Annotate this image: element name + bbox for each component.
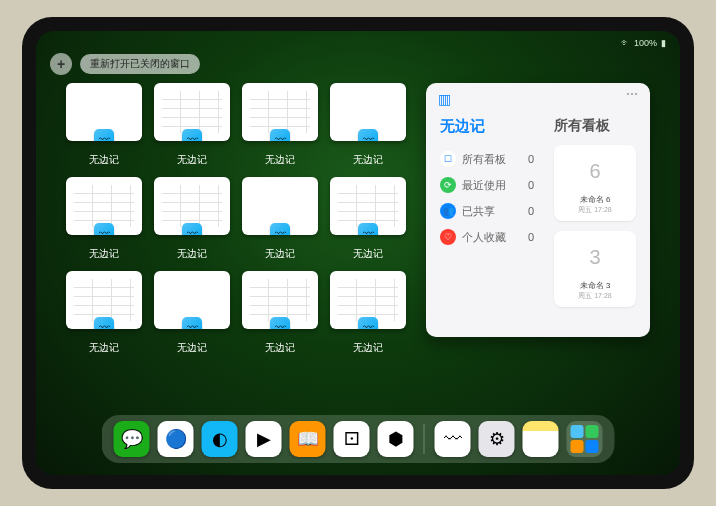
window-thumbnail[interactable]: 〰无边记 bbox=[154, 271, 230, 359]
window-label: 无边记 bbox=[89, 153, 119, 167]
window-thumbnail[interactable]: 〰无边记 bbox=[242, 271, 318, 359]
board-preview: 3 bbox=[571, 237, 619, 277]
freeform-panel[interactable]: ▥ ⋯ 无边记 ☐所有看板0⟳最近使用0👥已共享0♡个人收藏0 所有看板 6未命… bbox=[426, 83, 650, 337]
freeform-app-icon: 〰 bbox=[358, 317, 378, 329]
window-label: 无边记 bbox=[177, 247, 207, 261]
freeform-app-icon: 〰 bbox=[270, 223, 290, 235]
board-card[interactable]: 6未命名 6周五 17:28 bbox=[554, 145, 636, 221]
freeform-app-icon: 〰 bbox=[270, 317, 290, 329]
window-label: 无边记 bbox=[265, 247, 295, 261]
category-row[interactable]: ⟳最近使用0 bbox=[440, 172, 534, 198]
board-name: 未命名 3 bbox=[580, 280, 611, 291]
panel-boards: 所有看板 6未命名 6周五 17:283未命名 3周五 17:28 bbox=[544, 95, 636, 325]
window-thumbnail[interactable]: 〰无边记 bbox=[330, 83, 406, 171]
window-preview: 〰 bbox=[330, 83, 406, 141]
freeform-app-icon: 〰 bbox=[270, 129, 290, 141]
category-row[interactable]: ☐所有看板0 bbox=[440, 146, 534, 172]
window-label: 无边记 bbox=[177, 341, 207, 355]
freeform-app-icon: 〰 bbox=[358, 223, 378, 235]
new-window-button[interactable]: + bbox=[50, 53, 72, 75]
window-thumbnail[interactable]: 〰无边记 bbox=[154, 83, 230, 171]
dock-app-game[interactable]: ⚀ bbox=[334, 421, 370, 457]
category-count: 0 bbox=[528, 179, 534, 191]
app-switcher-grid: 〰无边记〰无边记〰无边记〰无边记〰无边记〰无边记〰无边记〰无边记〰无边记〰无边记… bbox=[66, 83, 406, 411]
category-label: 最近使用 bbox=[462, 178, 506, 193]
window-label: 无边记 bbox=[177, 153, 207, 167]
window-preview: 〰 bbox=[242, 271, 318, 329]
category-label: 个人收藏 bbox=[462, 230, 506, 245]
board-date: 周五 17:28 bbox=[578, 205, 611, 215]
board-card[interactable]: 3未命名 3周五 17:28 bbox=[554, 231, 636, 307]
wifi-icon: ᯤ bbox=[621, 38, 630, 48]
board-name: 未命名 6 bbox=[580, 194, 611, 205]
reopen-closed-window-button[interactable]: 重新打开已关闭的窗口 bbox=[80, 54, 200, 74]
board-date: 周五 17:28 bbox=[578, 291, 611, 301]
freeform-app-icon: 〰 bbox=[182, 317, 202, 329]
window-preview: 〰 bbox=[330, 271, 406, 329]
battery-icon: ▮ bbox=[661, 38, 666, 48]
category-label: 所有看板 bbox=[462, 152, 506, 167]
window-label: 无边记 bbox=[353, 247, 383, 261]
window-preview: 〰 bbox=[242, 83, 318, 141]
category-row[interactable]: ♡个人收藏0 bbox=[440, 224, 534, 250]
category-row[interactable]: 👥已共享0 bbox=[440, 198, 534, 224]
window-preview: 〰 bbox=[66, 83, 142, 141]
category-icon: ⟳ bbox=[440, 177, 456, 193]
dock-app-wechat[interactable]: 💬 bbox=[114, 421, 150, 457]
window-thumbnail[interactable]: 〰无边记 bbox=[330, 271, 406, 359]
screen: ᯤ 100% ▮ + 重新打开已关闭的窗口 〰无边记〰无边记〰无边记〰无边记〰无… bbox=[36, 31, 680, 475]
window-label: 无边记 bbox=[265, 153, 295, 167]
category-count: 0 bbox=[528, 205, 534, 217]
freeform-app-icon: 〰 bbox=[94, 317, 114, 329]
ipad-frame: ᯤ 100% ▮ + 重新打开已关闭的窗口 〰无边记〰无边记〰无边记〰无边记〰无… bbox=[22, 17, 694, 489]
freeform-app-icon: 〰 bbox=[182, 223, 202, 235]
panel-title: 无边记 bbox=[440, 117, 534, 136]
window-preview: 〰 bbox=[66, 271, 142, 329]
window-thumbnail[interactable]: 〰无边记 bbox=[66, 83, 142, 171]
window-preview: 〰 bbox=[242, 177, 318, 235]
dock-app-xmind[interactable]: ⬢ bbox=[378, 421, 414, 457]
category-icon: 👥 bbox=[440, 203, 456, 219]
dock-separator bbox=[424, 424, 425, 454]
dock: 💬🔵◐▶📖⚀⬢〰⚙ bbox=[102, 415, 615, 463]
battery-label: 100% bbox=[634, 38, 657, 48]
sidebar-icon[interactable]: ▥ bbox=[438, 91, 451, 107]
window-label: 无边记 bbox=[265, 341, 295, 355]
freeform-app-icon: 〰 bbox=[358, 129, 378, 141]
window-thumbnail[interactable]: 〰无边记 bbox=[330, 177, 406, 265]
freeform-app-icon: 〰 bbox=[94, 129, 114, 141]
dock-app-notes[interactable] bbox=[523, 421, 559, 457]
category-count: 0 bbox=[528, 153, 534, 165]
dock-app-settings[interactable]: ⚙ bbox=[479, 421, 515, 457]
window-preview: 〰 bbox=[154, 271, 230, 329]
category-label: 已共享 bbox=[462, 204, 495, 219]
freeform-app-icon: 〰 bbox=[94, 223, 114, 235]
dock-app-qq[interactable]: ◐ bbox=[202, 421, 238, 457]
category-count: 0 bbox=[528, 231, 534, 243]
content-area: 〰无边记〰无边记〰无边记〰无边记〰无边记〰无边记〰无边记〰无边记〰无边记〰无边记… bbox=[66, 83, 650, 411]
window-preview: 〰 bbox=[154, 177, 230, 235]
category-icon: ☐ bbox=[440, 151, 456, 167]
window-thumbnail[interactable]: 〰无边记 bbox=[242, 177, 318, 265]
dock-app-qqbrowser[interactable]: 🔵 bbox=[158, 421, 194, 457]
dock-folder[interactable] bbox=[567, 421, 603, 457]
panel-sidebar: 无边记 ☐所有看板0⟳最近使用0👥已共享0♡个人收藏0 bbox=[440, 95, 544, 325]
dock-app-play[interactable]: ▶ bbox=[246, 421, 282, 457]
dock-app-books[interactable]: 📖 bbox=[290, 421, 326, 457]
dock-app-freeform[interactable]: 〰 bbox=[435, 421, 471, 457]
window-preview: 〰 bbox=[66, 177, 142, 235]
window-label: 无边记 bbox=[89, 341, 119, 355]
window-preview: 〰 bbox=[330, 177, 406, 235]
window-thumbnail[interactable]: 〰无边记 bbox=[66, 271, 142, 359]
window-thumbnail[interactable]: 〰无边记 bbox=[242, 83, 318, 171]
window-label: 无边记 bbox=[89, 247, 119, 261]
status-bar: ᯤ 100% ▮ bbox=[36, 34, 680, 52]
more-icon[interactable]: ⋯ bbox=[626, 87, 640, 101]
window-label: 无边记 bbox=[353, 341, 383, 355]
window-preview: 〰 bbox=[154, 83, 230, 141]
boards-title: 所有看板 bbox=[554, 117, 636, 135]
window-thumbnail[interactable]: 〰无边记 bbox=[66, 177, 142, 265]
window-thumbnail[interactable]: 〰无边记 bbox=[154, 177, 230, 265]
top-bar: + 重新打开已关闭的窗口 bbox=[50, 53, 200, 75]
category-icon: ♡ bbox=[440, 229, 456, 245]
